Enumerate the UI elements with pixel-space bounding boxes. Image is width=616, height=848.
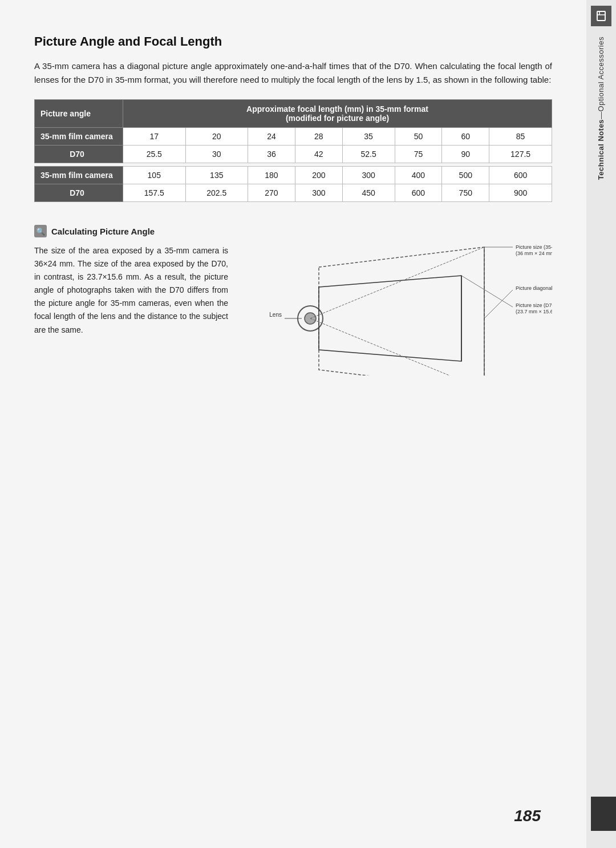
sidebar-vertical-text: Technical Notes—Optional Accessories [596, 37, 606, 180]
table-cell: 30 [185, 146, 248, 163]
calculating-body: The size of the area exposed by a 35-mm … [34, 244, 552, 378]
table-cell: 28 [295, 128, 342, 146]
table-cell: 25.5 [123, 146, 186, 163]
table-cell: 750 [442, 184, 489, 202]
table-cell: 600 [489, 167, 552, 184]
table-header-picture-angle: Picture angle [35, 100, 123, 128]
label-35mm-size-sub: (36 mm × 24 mm) [516, 251, 552, 256]
row-label-35mm-2: 35-mm film camera [35, 167, 123, 184]
table-cell: 20 [185, 128, 248, 146]
row-label-35mm-1: 35-mm film camera [35, 128, 123, 146]
table-cell: 90 [442, 146, 489, 163]
right-sidebar: Technical Notes—Optional Accessories [586, 0, 616, 848]
page: Picture Angle and Focal Length A 35-mm c… [0, 0, 616, 848]
diagram: Lens [245, 244, 552, 378]
svg-line-8 [310, 318, 484, 375]
table-cell: 300 [342, 167, 395, 184]
table-cell: 24 [248, 128, 295, 146]
label-diagonal: Picture diagonal [516, 285, 552, 291]
table-cell: 50 [395, 128, 442, 146]
diagram-svg: Lens [245, 244, 552, 375]
calculating-title: 🔍 Calculating Picture Angle [34, 225, 552, 237]
table-cell: 35 [342, 128, 395, 146]
table-cell: 36 [248, 146, 295, 163]
row-label-d70-1: D70 [35, 146, 123, 163]
svg-rect-13 [597, 11, 605, 21]
page-number: 185 [514, 807, 541, 825]
table-cell: 135 [185, 167, 248, 184]
label-35mm-size: Picture size (35-mm format) [516, 244, 552, 250]
svg-line-11 [461, 276, 513, 307]
focal-length-table: Picture angle Approximate focal length (… [34, 99, 552, 202]
sidebar-bottom-box [591, 797, 616, 831]
calc-icon: 🔍 [34, 225, 47, 237]
table-cell: 157.5 [123, 184, 186, 202]
table-cell: 500 [442, 167, 489, 184]
main-content: Picture Angle and Focal Length A 35-mm c… [0, 0, 586, 848]
table-row: D70 157.5 202.5 270 300 450 600 750 900 [35, 184, 552, 202]
table-cell: 17 [123, 128, 186, 146]
table-cell: 52.5 [342, 146, 395, 163]
table-cell: 85 [489, 128, 552, 146]
table-row: 35-mm film camera 105 135 180 200 300 40… [35, 167, 552, 184]
table-cell: 400 [395, 167, 442, 184]
table-row: D70 25.5 30 36 42 52.5 75 90 127.5 [35, 146, 552, 163]
table-cell: 200 [295, 167, 342, 184]
label-d70-size-sub: (23.7 mm × 15.6 mm) [516, 309, 552, 314]
label-d70-size: Picture size (D70) [516, 302, 552, 308]
table-cell: 180 [248, 167, 295, 184]
lens-label: Lens [269, 312, 282, 318]
table-cell: 900 [489, 184, 552, 202]
calculating-text: The size of the area exposed by a 35-mm … [34, 244, 228, 378]
table-cell: 450 [342, 184, 395, 202]
table-row: 35-mm film camera 17 20 24 28 35 50 60 8… [35, 128, 552, 146]
sidebar-bold-text: Technical Notes [597, 119, 605, 180]
table-cell: 127.5 [489, 146, 552, 163]
page-title: Picture Angle and Focal Length [34, 34, 552, 49]
table-cell: 60 [442, 128, 489, 146]
table-cell: 270 [248, 184, 295, 202]
calculating-section: 🔍 Calculating Picture Angle The size of … [34, 225, 552, 378]
table-cell: 75 [395, 146, 442, 163]
table-cell: 600 [395, 184, 442, 202]
table-cell: 202.5 [185, 184, 248, 202]
table-cell: 105 [123, 167, 186, 184]
intro-text: A 35-mm camera has a diagonal picture an… [34, 59, 552, 87]
sidebar-regular-text: —Optional Accessories [597, 37, 605, 119]
svg-marker-4 [319, 276, 461, 361]
table-header-focal-length: Approximate focal length (mm) in 35-mm f… [123, 100, 552, 128]
table-cell: 42 [295, 146, 342, 163]
row-label-d70-2: D70 [35, 184, 123, 202]
sidebar-bookmark-icon [591, 6, 611, 26]
table-cell: 300 [295, 184, 342, 202]
